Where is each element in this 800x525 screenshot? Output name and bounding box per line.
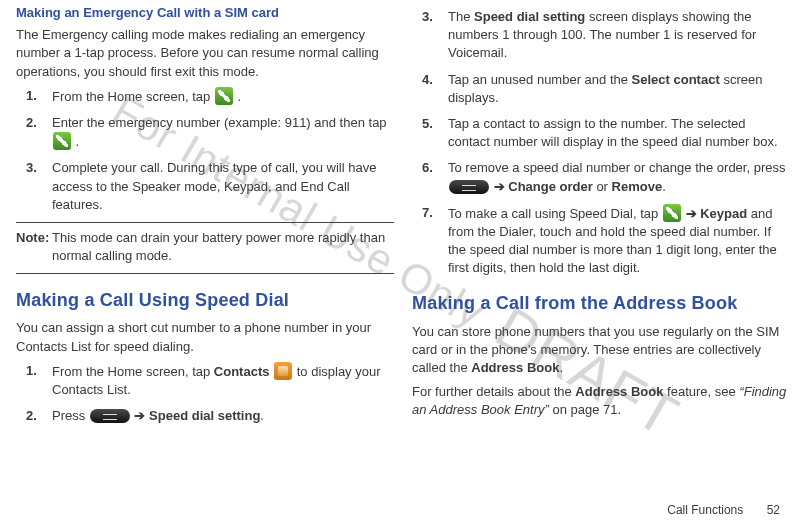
bold-addressbook: Address Book <box>471 360 559 375</box>
arrow-icon: ➔ <box>134 408 149 423</box>
step-1: 1. From the Home screen, tap Contacts to… <box>16 362 394 399</box>
step-number: 2. <box>26 114 37 132</box>
step-2: 2. Enter the emergency number (example: … <box>16 114 394 151</box>
bold-speeddialsetting: Speed dial setting <box>149 408 260 423</box>
step-number: 5. <box>422 115 433 133</box>
step-number: 1. <box>26 362 37 380</box>
page-footer: Call Functions 52 <box>667 503 780 517</box>
para-ab-1: You can store phone numbers that you use… <box>412 323 790 378</box>
step-text-mid: or <box>596 179 611 194</box>
para-speeddial-intro: You can assign a short cut number to a p… <box>16 319 394 355</box>
heading-address-book: Making a Call from the Address Book <box>412 291 790 316</box>
step-5: 5. Tap a contact to assign to the number… <box>412 115 790 151</box>
step-number: 3. <box>422 8 433 26</box>
step-number: 4. <box>422 71 433 89</box>
phone-icon <box>663 204 681 222</box>
contacts-icon <box>274 362 292 380</box>
step-1: 1. From the Home screen, tap . <box>16 87 394 106</box>
step-3: 3. Complete your call. During this type … <box>16 159 394 214</box>
step-text: The <box>448 9 474 24</box>
para-ab-1-post: . <box>559 360 563 375</box>
step-6: 6. To remove a speed dial number or chan… <box>412 159 790 195</box>
right-column: 3. The Speed dial setting screen display… <box>412 4 790 426</box>
step-7: 7. To make a call using Speed Dial, tap … <box>412 204 790 278</box>
para-ab-2-pre: For further details about the <box>412 384 575 399</box>
steps-speeddial-left: 1. From the Home screen, tap Contacts to… <box>16 362 394 426</box>
bold-selectcontact: Select contact <box>632 72 720 87</box>
footer-page-number: 52 <box>767 503 780 517</box>
phone-icon <box>215 87 233 105</box>
footer-section: Call Functions <box>667 503 743 517</box>
step-text-post: . <box>234 89 241 104</box>
step-text: Complete your call. During this type of … <box>52 160 376 211</box>
step-text-post: . <box>260 408 264 423</box>
note-label: Note: <box>16 229 49 247</box>
step-number: 1. <box>26 87 37 105</box>
bold-speeddialsetting: Speed dial setting <box>474 9 585 24</box>
manual-page: For Internal Use Only DRAFT Making an Em… <box>0 0 800 525</box>
para-ab-2: For further details about the Address Bo… <box>412 383 790 419</box>
steps-speeddial-right: 3. The Speed dial setting screen display… <box>412 8 790 277</box>
note-battery: Note: This mode can drain your battery p… <box>16 229 394 265</box>
para-ab-2-mid: feature, see <box>667 384 739 399</box>
para-ab-2-post: on page 71. <box>552 402 621 417</box>
step-3: 3. The Speed dial setting screen display… <box>412 8 790 63</box>
bold-changeorder: Change order <box>508 179 593 194</box>
steps-emergency: 1. From the Home screen, tap . 2. Enter … <box>16 87 394 214</box>
divider <box>16 273 394 274</box>
step-text: Enter the emergency number (example: 911… <box>52 115 387 130</box>
step-text: Tap a contact to assign to the number. T… <box>448 116 778 149</box>
step-text: Tap an unused number and the <box>448 72 632 87</box>
note-text: This mode can drain your battery power m… <box>52 230 385 263</box>
step-number: 2. <box>26 407 37 425</box>
step-number: 6. <box>422 159 433 177</box>
bold-remove: Remove <box>612 179 663 194</box>
subheading-sim-emergency: Making an Emergency Call with a SIM card <box>16 4 394 22</box>
phone-icon <box>53 132 71 150</box>
step-text: Press <box>52 408 89 423</box>
divider <box>16 222 394 223</box>
step-text: To make a call using Speed Dial, tap <box>448 206 662 221</box>
step-text: From the Home screen, tap <box>52 364 214 379</box>
bold-contacts: Contacts <box>214 364 273 379</box>
arrow-icon: ➔ <box>494 179 509 194</box>
step-4: 4. Tap an unused number and the Select c… <box>412 71 790 107</box>
step-number: 7. <box>422 204 433 222</box>
bold-keypad: Keypad <box>700 206 747 221</box>
arrow-icon: ➔ <box>686 206 701 221</box>
step-text-post: . <box>662 179 666 194</box>
menu-button-icon <box>449 180 489 194</box>
para-emergency-intro: The Emergency calling mode makes rediali… <box>16 26 394 81</box>
para-ab-1-pre: You can store phone numbers that you use… <box>412 324 779 375</box>
heading-speed-dial: Making a Call Using Speed Dial <box>16 288 394 313</box>
left-column: Making an Emergency Call with a SIM card… <box>16 4 394 433</box>
step-text-post: . <box>72 134 79 149</box>
bold-addressbook2: Address Book <box>575 384 663 399</box>
step-number: 3. <box>26 159 37 177</box>
step-2: 2. Press ➔ Speed dial setting. <box>16 407 394 425</box>
menu-button-icon <box>90 409 130 423</box>
step-text: From the Home screen, tap <box>52 89 214 104</box>
step-text: To remove a speed dial number or change … <box>448 160 785 175</box>
